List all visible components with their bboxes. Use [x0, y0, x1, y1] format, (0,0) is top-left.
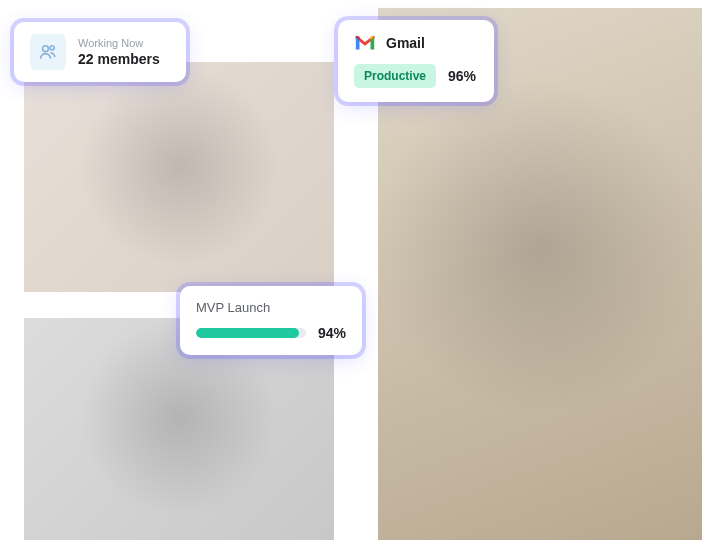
working-now-value: 22 members [78, 51, 160, 67]
people-icon [30, 34, 66, 70]
mvp-progress-bar [196, 328, 306, 338]
mvp-title: MVP Launch [196, 300, 346, 315]
gmail-app-name: Gmail [386, 35, 425, 51]
mvp-percent: 94% [318, 325, 346, 341]
mvp-progress-fill [196, 328, 299, 338]
working-now-card: Working Now 22 members [14, 22, 186, 82]
svg-point-0 [43, 46, 49, 52]
gmail-card: Gmail Productive 96% [338, 20, 494, 102]
mvp-launch-card: MVP Launch 94% [180, 286, 362, 355]
productive-badge: Productive [354, 64, 436, 88]
working-now-label: Working Now [78, 37, 160, 49]
gmail-icon [354, 34, 376, 52]
gmail-percent: 96% [448, 68, 476, 84]
svg-point-1 [50, 46, 54, 50]
photo-woman-laptop [24, 62, 334, 292]
